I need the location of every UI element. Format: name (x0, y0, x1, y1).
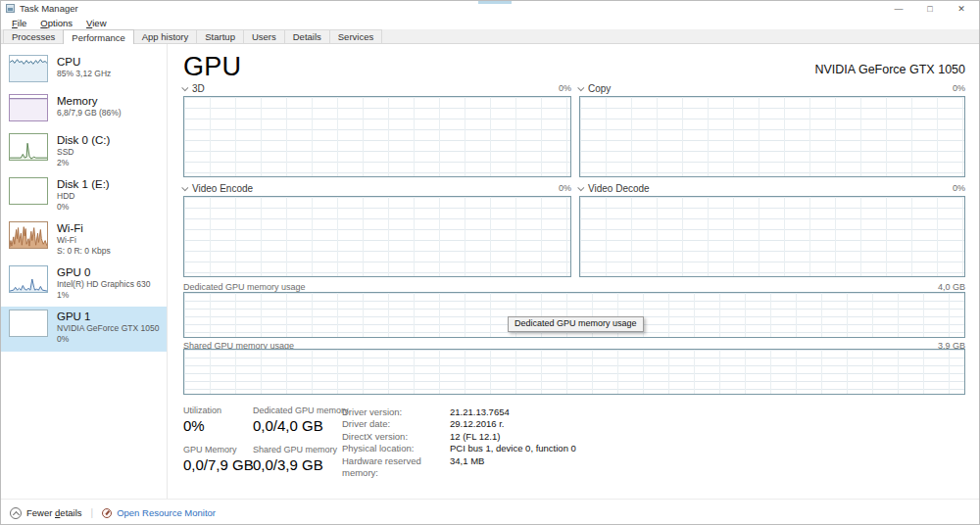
gpu0-mini-graph-icon (9, 265, 48, 293)
chevron-down-icon (577, 84, 584, 91)
chart-label-video-encode: Video Encode (192, 183, 253, 194)
chart-video-decode[interactable] (579, 196, 965, 277)
performance-body: CPU 85% 3,12 GHz Memory 6,8/7,9 GB (86%) (1, 44, 980, 499)
disk0-title: Disk 0 (C:) (57, 134, 110, 147)
driver-date-label: Driver date: (342, 418, 450, 430)
disk0-text: Disk 0 (C:) SSD 2% (57, 133, 110, 167)
wifi-title: Wi-Fi (57, 222, 111, 235)
task-manager-window: Task Manager — □ ✕ File Options View Pro… (0, 0, 980, 525)
tab-performance[interactable]: Performance (63, 29, 133, 44)
minimize-button[interactable]: — (883, 1, 914, 16)
menu-options[interactable]: Options (33, 18, 79, 28)
wifi-mini-graph-icon (9, 221, 48, 249)
stat-gpu-memory: GPU Memory 0,0/7,9 GB (183, 445, 254, 475)
gpu0-device: Intel(R) HD Graphics 630 (57, 279, 150, 290)
sidebar-item-wifi[interactable]: Wi-Fi Wi-Fi S: 0 R: 0 Kbps (1, 218, 167, 262)
memory-title: Memory (57, 95, 122, 108)
hardware-reserved-memory-label: Hardware reserved memory: (342, 455, 450, 480)
gpu1-text: GPU 1 NVIDIA GeForce GTX 1050 0% (57, 310, 159, 344)
dedicated-memory-label: Dedicated GPU memory usage (183, 282, 306, 292)
chart-value-copy: 0% (953, 83, 965, 93)
tab-details[interactable]: Details (284, 29, 330, 43)
menu-file[interactable]: File (5, 18, 33, 28)
sidebar-item-memory[interactable]: Memory 6,8/7,9 GB (86%) (1, 91, 167, 130)
physical-location-value: PCI bus 1, device 0, function 0 (450, 443, 576, 454)
tab-startup[interactable]: Startup (196, 29, 244, 43)
stat-dedicated-memory: Dedicated GPU memory 0,0/4,0 GB (253, 406, 349, 436)
wifi-text: Wi-Fi Wi-Fi S: 0 R: 0 Kbps (57, 221, 111, 256)
sidebar-item-gpu1[interactable]: GPU 1 NVIDIA GeForce GTX 1050 0% (1, 307, 167, 352)
disk0-type: SSD (57, 147, 110, 158)
sidebar-item-disk0[interactable]: Disk 0 (C:) SSD 2% (1, 130, 167, 174)
detail-physical-location: Physical location: PCI bus 1, device 0, … (342, 443, 576, 454)
wifi-adapter: Wi-Fi (57, 235, 111, 246)
menu-options-accel: O (40, 18, 47, 28)
memory-usage: 6,8/7,9 GB (86%) (57, 108, 122, 119)
stats-column-mid: Dedicated GPU memory 0,0/4,0 GB Shared G… (253, 406, 349, 484)
fewer-post: etails (60, 507, 81, 518)
disk0-mini-graph-icon (9, 133, 48, 161)
close-button[interactable]: ✕ (946, 1, 977, 16)
stat-shared-memory: Shared GPU memory 0,0/3,9 GB (253, 445, 349, 475)
menu-file-post: ile (18, 18, 27, 28)
detail-driver-date: Driver date: 29.12.2016 r. (342, 418, 576, 430)
gpu0-usage: 1% (57, 290, 150, 301)
shared-gpu-memory-label: Shared GPU memory (253, 445, 349, 455)
fewer-details-button[interactable]: Fewer details (10, 507, 82, 519)
gpu-device-name: NVIDIA GeForce GTX 1050 (814, 63, 965, 76)
driver-version-value: 21.21.13.7654 (450, 406, 510, 418)
cpu-text: CPU 85% 3,12 GHz (57, 55, 111, 79)
gpu0-text: GPU 0 Intel(R) HD Graphics 630 1% (57, 265, 150, 300)
chart-label-3d: 3D (192, 83, 205, 94)
chart-video-encode[interactable] (183, 196, 571, 277)
chevron-down-icon (577, 184, 584, 191)
disk1-usage: 0% (57, 202, 110, 213)
tab-app-history[interactable]: App history (133, 29, 198, 43)
cpu-title: CPU (57, 56, 111, 69)
cpu-mini-graph-icon (9, 55, 48, 82)
sidebar-item-disk1[interactable]: Disk 1 (E:) HDD 0% (1, 174, 167, 218)
tab-bar: Processes Performance App history Startu… (1, 29, 979, 44)
dedicated-memory-header: Dedicated GPU memory usage 4,0 GB (183, 282, 965, 292)
gpu-memory-value: 0,0/7,9 GB (183, 455, 254, 475)
menubar: File Options View (1, 16, 979, 29)
gpu-memory-label: GPU Memory (183, 445, 254, 455)
chart-label-video-decode: Video Decode (588, 183, 650, 194)
hardware-reserved-memory-value: 34,1 MB (450, 455, 484, 480)
fewer-pre: Fewer (26, 507, 55, 518)
gpu1-device: NVIDIA GeForce GTX 1050 (57, 323, 159, 334)
disk1-title: Disk 1 (E:) (57, 178, 110, 191)
chart-3d[interactable] (183, 96, 571, 177)
detail-directx-version: DirectX version: 12 (FL 12.1) (342, 431, 576, 443)
page-title: GPU (183, 52, 241, 82)
chevron-down-icon (181, 84, 188, 91)
menu-options-post: ptions (48, 18, 73, 28)
chart-value-3d: 0% (559, 83, 571, 93)
disk1-text: Disk 1 (E:) HDD 0% (57, 177, 110, 212)
utilization-value: 0% (183, 416, 254, 436)
window-title: Task Manager (20, 3, 78, 14)
maximize-button[interactable]: □ (914, 1, 946, 16)
tab-services[interactable]: Services (329, 29, 382, 43)
window-controls: — □ ✕ (883, 1, 977, 16)
tab-users[interactable]: Users (243, 29, 285, 43)
directx-version-value: 12 (FL 12.1) (450, 431, 500, 443)
gpu1-title: GPU 1 (57, 310, 159, 323)
physical-location-label: Physical location: (342, 443, 450, 454)
directx-version-label: DirectX version: (342, 431, 450, 443)
titlebar-artifact (478, 1, 512, 4)
dedicated-gpu-memory-value: 0,0/4,0 GB (253, 416, 349, 436)
menu-view-post: iew (92, 18, 106, 28)
menu-view[interactable]: View (79, 18, 113, 28)
fewer-details-label: Fewer details (26, 507, 82, 518)
chart-shared-memory[interactable] (183, 349, 965, 395)
tab-processes[interactable]: Processes (3, 29, 64, 43)
chart-copy[interactable] (579, 96, 965, 177)
open-resource-monitor-label: Open Resource Monitor (117, 507, 216, 518)
dedicated-gpu-memory-label: Dedicated GPU memory (253, 406, 349, 416)
open-resource-monitor-link[interactable]: Open Resource Monitor (102, 507, 216, 518)
sidebar-item-gpu0[interactable]: GPU 0 Intel(R) HD Graphics 630 1% (1, 262, 167, 307)
sidebar-item-cpu[interactable]: CPU 85% 3,12 GHz (1, 52, 167, 91)
chart-header-video-encode: Video Encode 0% (183, 182, 571, 194)
wifi-throughput: S: 0 R: 0 Kbps (57, 246, 111, 257)
